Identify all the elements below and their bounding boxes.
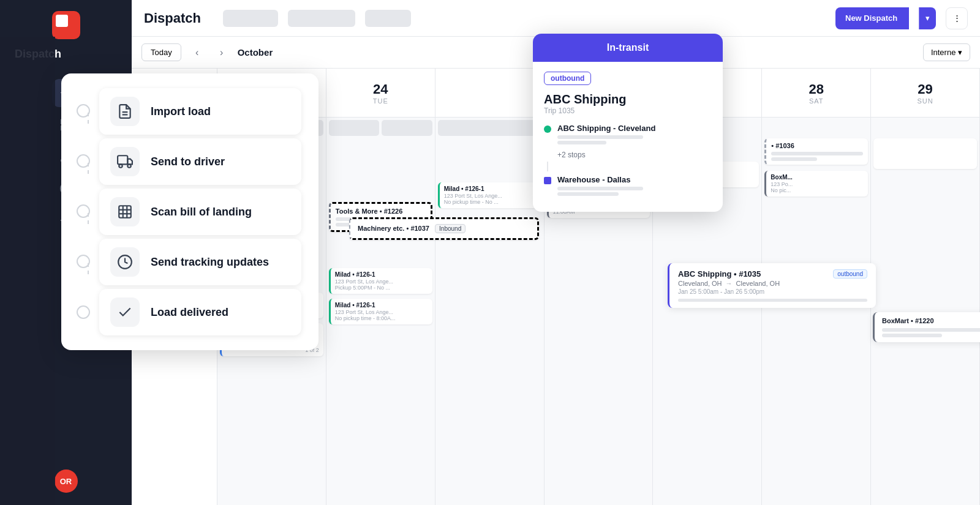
step-import-load[interactable]: Import load — [99, 88, 301, 135]
step-label-tracking: Send tracking updates — [151, 256, 269, 269]
prev-arrow[interactable]: ‹ — [189, 44, 206, 61]
header-tab-1[interactable] — [223, 10, 278, 27]
day-num-28: 28 — [809, 81, 823, 97]
step-icon-delivered — [110, 297, 140, 327]
header-tab-3[interactable] — [365, 10, 411, 27]
step-icon-driver — [110, 147, 140, 176]
machinery-card[interactable]: Machinery etc. • #1037 Inbound — [349, 217, 539, 240]
header: Dispatch New Dispatch ▾ ⋮ — [132, 0, 980, 37]
day-num-29: 29 — [918, 81, 932, 97]
steps-panel: Import load Send to driver Scan bill of … — [61, 73, 318, 350]
abc-card-title: ABC Shipping • #1035 — [678, 269, 761, 279]
step-label-driver: Send to driver — [151, 155, 225, 168]
page-title: Dispatch — [144, 10, 201, 26]
day-col-24: 24 TUE Tools & More • #1226 — [326, 69, 435, 505]
origin-dot — [544, 125, 551, 133]
app-logo — [52, 11, 80, 39]
day-name-24: TUE — [373, 97, 388, 105]
step-icon-import — [110, 97, 140, 126]
day-body-29 — [871, 118, 979, 505]
step-send-driver[interactable]: Send to driver — [99, 138, 301, 185]
step-scan-bol[interactable]: Scan bill of landing — [99, 189, 301, 235]
step-tracking[interactable]: Send tracking updates — [99, 239, 301, 285]
day-body-24: Tools & More • #1226 Milad • #126-1 123 … — [326, 118, 435, 505]
boxmart-card[interactable]: BoxMart • #1220 — [873, 312, 980, 342]
left-decoration — [0, 37, 55, 505]
next-arrow[interactable]: › — [213, 44, 230, 61]
popup-body: outbound ABC Shipping Trip 1035 ABC Ship… — [533, 62, 723, 212]
day-name-29: SUN — [917, 97, 933, 105]
step-label-scan: Scan bill of landing — [151, 206, 252, 219]
primary-action-dropdown[interactable]: ▾ — [919, 7, 936, 29]
svg-rect-7 — [118, 155, 127, 164]
popup-stop-origin: ABC Shipping - Cleveland — [544, 124, 712, 144]
abc-card-route: Cleveland, OH → Cleveland, OH — [678, 280, 867, 287]
popup-tag: outbound — [544, 72, 591, 85]
day-filters-25 — [438, 120, 541, 136]
popup-header: In-transit — [533, 34, 723, 62]
popup-more-stops: +2 stops — [557, 151, 712, 159]
abc-outbound-badge: outbound — [833, 269, 867, 279]
inbound-badge: Inbound — [435, 224, 466, 233]
origin-name: ABC Shipping - Cleveland — [557, 124, 655, 133]
boxm-card-28[interactable]: BoxM... 123 Po...No pic... — [764, 171, 868, 196]
more-options-button[interactable]: ⋮ — [946, 7, 968, 29]
popup-connector — [547, 162, 548, 171]
day-filters-24 — [329, 120, 432, 136]
svg-point-10 — [127, 164, 130, 167]
popup-stop-dest: Warehouse - Dallas — [544, 175, 712, 196]
day-header-24: 24 TUE — [326, 69, 435, 118]
svg-point-9 — [119, 164, 122, 167]
day-filter-24-2[interactable] — [382, 120, 432, 136]
day-col-29: 29 SUN — [871, 69, 980, 505]
today-button[interactable]: Today — [141, 43, 181, 61]
primary-action-button[interactable]: New Dispatch — [835, 7, 909, 29]
view-select[interactable]: Interne ▾ — [923, 43, 970, 61]
milad-card-24-2[interactable]: Milad • #126-1 123 Port St, Los Ange...N… — [329, 299, 432, 324]
header-tab-2[interactable] — [288, 10, 355, 27]
svg-marker-8 — [127, 159, 132, 165]
trip1036-card[interactable]: • #1036 — [764, 138, 868, 165]
abc-card-time: Jan 25 5:00am - Jan 26 5:00pm — [678, 288, 867, 295]
dest-dot — [544, 177, 551, 184]
day-filter-24-1[interactable] — [329, 120, 379, 136]
day-header-28: 28 SAT — [762, 69, 870, 118]
day-filter-25-1[interactable] — [438, 120, 541, 136]
step-label-import: Import load — [151, 105, 211, 118]
svg-rect-11 — [119, 206, 131, 218]
step-circle-5 — [77, 305, 90, 319]
day-name-28: SAT — [809, 97, 824, 105]
abc-shipping-card[interactable]: ABC Shipping • #1035 outbound Cleveland,… — [668, 263, 876, 308]
popup-intransit[interactable]: In-transit outbound ABC Shipping Trip 10… — [533, 34, 723, 212]
day-col-25: Milad • #126-1 123 Port St, Los Ange...N… — [435, 69, 545, 505]
day-body-28: • #1036 BoxM... 123 Po...No pic... — [762, 118, 870, 505]
day-body-25: Milad • #126-1 123 Port St, Los Ange...N… — [435, 118, 544, 505]
milad-card-25-1[interactable]: Milad • #126-1 123 Port St, Los Ange...N… — [438, 182, 541, 208]
milad-card-24-1[interactable]: Milad • #126-1 123 Port St, Los Ange...P… — [329, 268, 432, 294]
popup-company: ABC Shipping — [544, 92, 712, 107]
dest-name: Warehouse - Dallas — [557, 175, 643, 184]
day-num-24: 24 — [373, 81, 388, 97]
step-icon-tracking — [110, 247, 140, 277]
user-avatar[interactable]: OR — [55, 469, 78, 493]
calendar-month: October — [238, 47, 273, 58]
step-icon-scan — [110, 197, 140, 226]
day-header-25 — [435, 69, 544, 118]
step-delivered[interactable]: Load delivered — [99, 289, 301, 335]
day-header-29: 29 SUN — [871, 69, 979, 118]
step-label-delivered: Load delivered — [151, 306, 228, 319]
popup-trip: Trip 1035 — [544, 107, 712, 115]
